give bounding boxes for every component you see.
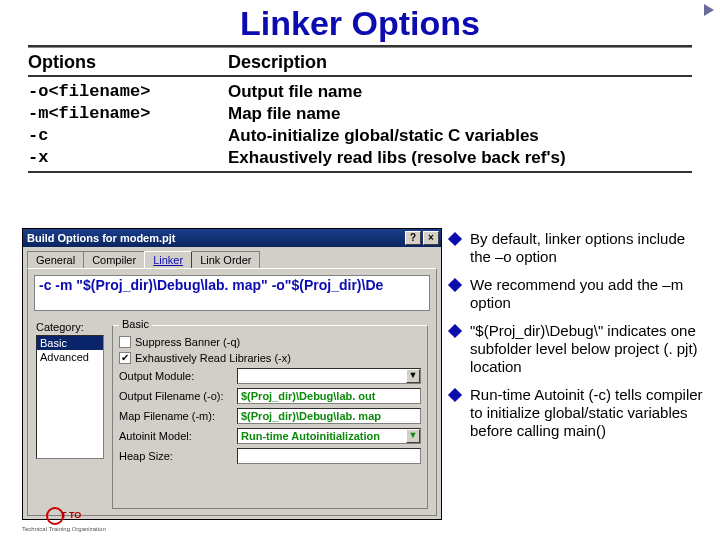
option-desc: Output file name [228,81,692,103]
autoinit-label: Autoinit Model: [119,430,237,442]
bullet-text: "$(Proj_dir)\Debug\" indicates one subfo… [470,322,710,376]
option-desc: Map file name [228,103,692,125]
heap-size-label: Heap Size: [119,450,237,462]
category-list[interactable]: Basic Advanced [36,335,104,459]
exhaustive-checkbox[interactable]: ✔ [119,352,131,364]
close-button[interactable]: × [423,231,439,245]
exhaustive-label: Exhaustively Read Libraries (-x) [135,352,291,364]
autoinit-row: Autoinit Model: Run-time Autoinitializat… [119,428,421,444]
chevron-down-icon: ▼ [406,369,420,383]
basic-group: Basic Suppress Banner (-q) ✔ Exhaustivel… [112,325,428,509]
bullet-item: Run-time Autoinit (-c) tells compiler to… [450,386,710,440]
logo-subtitle: Technical Training Organization [22,525,106,534]
map-filename-row: Map Filename (-m): $(Proj_dir)\Debug\lab… [119,408,421,424]
suppress-banner-row: Suppress Banner (-q) [119,336,421,348]
heap-size-input[interactable] [237,448,421,464]
output-filename-input[interactable]: $(Proj_dir)\Debug\lab. out [237,388,421,404]
autoinit-select[interactable]: Run-time Autoinitialization ▼ [237,428,421,444]
output-module-label: Output Module: [119,370,237,382]
table-row: -c Auto-initialize global/static C varia… [28,125,692,147]
next-slide-arrow[interactable] [704,4,714,16]
option-flag: -o<filename> [28,81,228,103]
bullet-text: We recommend you add the –m option [470,276,710,312]
option-flag: -c [28,125,228,147]
bullet-item: We recommend you add the –m option [450,276,710,312]
header-description: Description [228,52,692,73]
category-basic[interactable]: Basic [37,336,103,350]
bullet-icon [448,278,462,292]
tab-strip: General Compiler Linker Link Order [27,251,437,268]
cmdline-prefix: -c -m "$(Proj_dir)\Debug\lab. map" [39,277,272,293]
cmdline-suffix: -o"$(Proj_dir)\De [272,277,384,293]
bullet-text: Run-time Autoinit (-c) tells compiler to… [470,386,710,440]
bullet-icon [448,388,462,402]
options-bottom-rule [28,171,692,173]
group-title: Basic [119,318,152,330]
exhaustive-row: ✔ Exhaustively Read Libraries (-x) [119,352,421,364]
autoinit-value: Run-time Autoinitialization [241,430,380,442]
logo-text: T TO [61,510,81,520]
map-filename-input[interactable]: $(Proj_dir)\Debug\lab. map [237,408,421,424]
tab-compiler[interactable]: Compiler [83,251,145,268]
tab-link-order[interactable]: Link Order [191,251,260,268]
option-desc: Exhaustively read libs (resolve back ref… [228,147,692,169]
options-table: Options Description -o<filename> Output … [28,52,692,169]
category-label: Category: [36,321,84,333]
suppress-banner-label: Suppress Banner (-q) [135,336,240,348]
option-desc: Auto-initialize global/static C variable… [228,125,692,147]
output-module-row: Output Module: ▼ [119,368,421,384]
help-button[interactable]: ? [405,231,421,245]
map-filename-label: Map Filename (-m): [119,410,237,422]
bullet-list: By default, linker options include the –… [450,230,710,450]
title-rule [28,45,692,48]
table-row: -o<filename> Output file name [28,81,692,103]
output-module-select[interactable]: ▼ [237,368,421,384]
bullet-text: By default, linker options include the –… [470,230,710,266]
chevron-down-icon: ▼ [406,429,420,443]
table-row: -x Exhaustively read libs (resolve back … [28,147,692,169]
dialog-titlebar[interactable]: Build Options for modem.pjt ? × [23,229,441,247]
options-table-header: Options Description [28,52,692,77]
category-advanced[interactable]: Advanced [37,350,103,364]
option-flag: -m<filename> [28,103,228,125]
tto-logo: T TO Technical Training Organization [22,507,106,534]
output-filename-label: Output Filename (-o): [119,390,237,402]
suppress-banner-checkbox[interactable] [119,336,131,348]
bullet-item: "$(Proj_dir)\Debug\" indicates one subfo… [450,322,710,376]
tab-panel-linker: -c -m "$(Proj_dir)\Debug\lab. map" -o"$(… [27,268,437,516]
tab-linker[interactable]: Linker [144,251,192,268]
option-flag: -x [28,147,228,169]
tab-general[interactable]: General [27,251,84,268]
command-line-box[interactable]: -c -m "$(Proj_dir)\Debug\lab. map" -o"$(… [34,275,430,311]
header-options: Options [28,52,228,73]
build-options-dialog: Build Options for modem.pjt ? × General … [22,228,442,520]
dialog-title: Build Options for modem.pjt [27,232,176,244]
table-row: -m<filename> Map file name [28,103,692,125]
output-filename-row: Output Filename (-o): $(Proj_dir)\Debug\… [119,388,421,404]
page-title: Linker Options [0,0,720,45]
bullet-item: By default, linker options include the –… [450,230,710,266]
heap-size-row: Heap Size: [119,448,421,464]
bullet-icon [448,232,462,246]
bullet-icon [448,324,462,338]
